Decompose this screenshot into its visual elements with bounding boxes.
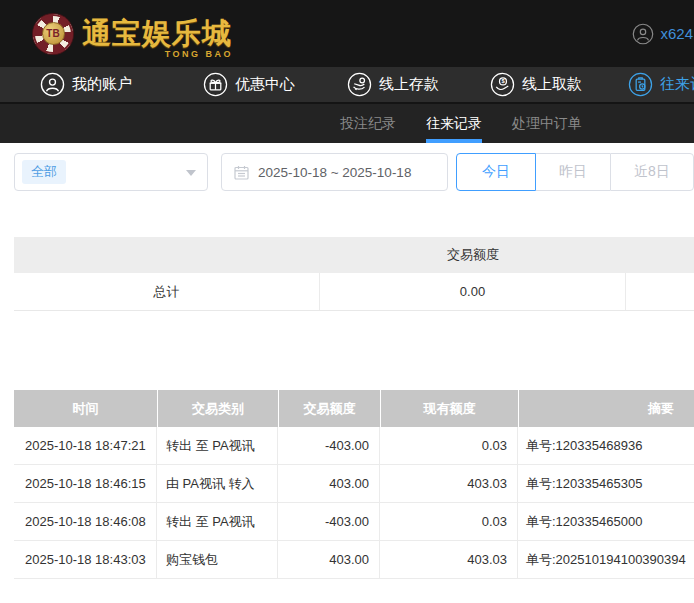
chip-monogram: TB <box>42 22 65 45</box>
type-select[interactable]: 全部 <box>14 153 208 191</box>
col-header-summary: 摘要 <box>518 390 694 427</box>
filter-row: 全部 2025-10-18 ~ 2025-10-18 今日 昨日 近8日 <box>14 153 694 191</box>
cell-amount: 403.00 <box>278 541 380 578</box>
summary-header-amount: 交易额度 <box>320 237 626 273</box>
cell-type: 转出 至 PA视讯 <box>157 427 278 464</box>
date-range-value: 2025-10-18 ~ 2025-10-18 <box>258 165 412 180</box>
username: x624 <box>660 25 693 42</box>
cell-summary: 单号:202510194100390394 <box>518 541 694 578</box>
table-row: 2025-10-18 18:46:08 转出 至 PA视讯 -403.00 0.… <box>14 503 694 541</box>
withdraw-icon: $ <box>490 72 515 97</box>
site-header: TB 通宝娱乐城 TONG BAO x624 <box>0 0 694 67</box>
summary-total-row: 总计 0.00 <box>14 273 694 311</box>
selected-type-tag[interactable]: 全部 <box>22 160 66 184</box>
nav-label: 我的账户 <box>72 75 132 94</box>
nav-item-promotions[interactable]: 优惠中心 <box>203 72 295 97</box>
summary-header-row: 交易额度 <box>14 237 694 273</box>
main-nav: 我的账户 优惠中心 线上存款 <box>0 67 694 102</box>
nav-label: 往来记录 <box>660 75 694 94</box>
date-range-picker[interactable]: 2025-10-18 ~ 2025-10-18 <box>221 153 448 191</box>
table-row: 2025-10-18 18:43:03 购宝钱包 403.00 403.03 单… <box>14 541 694 579</box>
transactions-table: 时间 交易类别 交易额度 现有额度 摘要 2025-10-18 18:47:21… <box>14 390 694 579</box>
cell-time: 2025-10-18 18:46:08 <box>14 503 157 540</box>
cell-amount: -403.00 <box>278 427 380 464</box>
nav-item-my-account[interactable]: 我的账户 <box>40 72 132 97</box>
cell-summary: 单号:120335468936 <box>518 427 694 464</box>
cell-type: 购宝钱包 <box>157 541 278 578</box>
logo[interactable]: TB 通宝娱乐城 TONG BAO <box>33 14 236 54</box>
logo-text: 通宝娱乐城 TONG BAO <box>82 14 236 54</box>
table-row: 2025-10-18 18:46:15 由 PA视讯 转入 403.00 403… <box>14 465 694 503</box>
cell-time: 2025-10-18 18:43:03 <box>14 541 157 578</box>
quick-range-last-8-days[interactable]: 近8日 <box>610 153 694 191</box>
cell-time: 2025-10-18 18:47:21 <box>14 427 157 464</box>
summary-total-value: 0.00 <box>320 273 626 310</box>
user-icon <box>40 72 65 97</box>
transfer-records-icon <box>628 72 653 97</box>
cell-balance: 403.03 <box>380 465 518 502</box>
cell-type: 由 PA视讯 转入 <box>157 465 278 502</box>
calendar-icon <box>234 165 249 180</box>
table-row: 2025-10-18 18:47:21 转出 至 PA视讯 -403.00 0.… <box>14 427 694 465</box>
svg-text:$: $ <box>501 78 505 84</box>
summary-header-empty <box>14 237 320 273</box>
cell-summary: 单号:120335465305 <box>518 465 694 502</box>
tab-betting-records[interactable]: 投注纪录 <box>340 104 396 143</box>
cell-summary: 单号:120335465000 <box>518 503 694 540</box>
quick-range-today[interactable]: 今日 <box>456 153 536 191</box>
col-header-balance: 现有额度 <box>380 390 518 427</box>
nav-label: 线上取款 <box>522 75 582 94</box>
cell-balance: 0.03 <box>380 503 518 540</box>
record-tabs: 投注纪录 往来记录 处理中订单 <box>0 102 694 143</box>
logo-title: 通宝娱乐城 <box>82 17 232 49</box>
tab-transfer-records[interactable]: 往来记录 <box>426 104 482 143</box>
cell-amount: 403.00 <box>278 465 380 502</box>
user-avatar-icon <box>632 23 654 45</box>
cell-type: 转出 至 PA视讯 <box>157 503 278 540</box>
nav-label: 优惠中心 <box>235 75 295 94</box>
cell-amount: -403.00 <box>278 503 380 540</box>
nav-item-transfer-records[interactable]: 往来记录 <box>628 72 694 97</box>
logo-subtitle: TONG BAO <box>165 49 233 59</box>
chevron-down-icon <box>186 170 196 176</box>
deposit-icon <box>347 72 372 97</box>
summary-total-label: 总计 <box>14 273 320 310</box>
nav-item-withdraw[interactable]: $ 线上取款 <box>490 72 582 97</box>
col-header-type: 交易类别 <box>157 390 278 427</box>
content-area: 全部 2025-10-18 ~ 2025-10-18 今日 昨日 近8日 交易额… <box>0 143 694 579</box>
quick-range-group: 今日 昨日 近8日 <box>456 153 694 191</box>
summary-table: 交易额度 总计 0.00 <box>14 237 694 311</box>
nav-item-deposit[interactable]: 线上存款 <box>347 72 439 97</box>
gift-icon <box>203 72 228 97</box>
col-header-time: 时间 <box>14 390 157 427</box>
tab-pending-orders[interactable]: 处理中订单 <box>512 104 582 143</box>
transactions-header-row: 时间 交易类别 交易额度 现有额度 摘要 <box>14 390 694 427</box>
col-header-amount: 交易额度 <box>278 390 380 427</box>
poker-chip-icon: TB <box>33 14 73 54</box>
nav-label: 线上存款 <box>379 75 439 94</box>
account-info[interactable]: x624 <box>632 0 694 67</box>
cell-time: 2025-10-18 18:46:15 <box>14 465 157 502</box>
cell-balance: 0.03 <box>380 427 518 464</box>
cell-balance: 403.03 <box>380 541 518 578</box>
quick-range-yesterday[interactable]: 昨日 <box>536 153 610 191</box>
